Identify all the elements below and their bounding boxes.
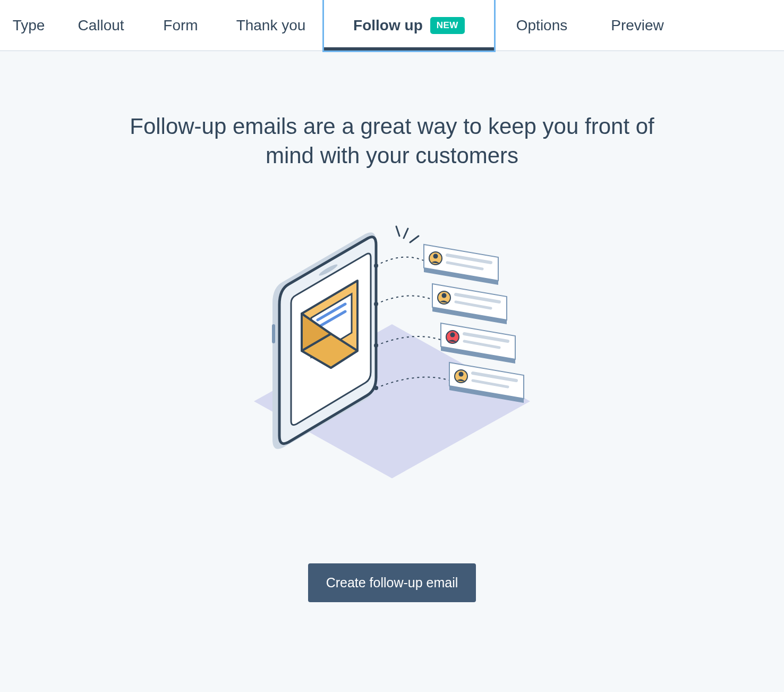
svg-point-9 bbox=[374, 302, 378, 306]
svg-point-33 bbox=[459, 372, 464, 377]
tab-form[interactable]: Form bbox=[143, 0, 218, 50]
page-headline: Follow-up emails are a great way to keep… bbox=[105, 112, 679, 170]
tab-label: Preview bbox=[611, 17, 664, 34]
tab-label: Form bbox=[163, 17, 198, 34]
tab-type[interactable]: Type bbox=[0, 0, 58, 50]
tab-label: Type bbox=[13, 17, 45, 34]
svg-point-15 bbox=[433, 254, 438, 259]
wizard-tabbar: Type Callout Form Thank you Follow up NE… bbox=[0, 0, 784, 51]
svg-point-21 bbox=[442, 293, 447, 298]
tab-options[interactable]: Options bbox=[494, 0, 590, 50]
svg-point-27 bbox=[450, 333, 455, 337]
tab-label: Options bbox=[516, 17, 568, 34]
spark-icon bbox=[396, 226, 419, 242]
contact-card-3 bbox=[441, 323, 515, 364]
contact-card-1 bbox=[424, 244, 498, 285]
svg-rect-2 bbox=[272, 324, 275, 343]
new-badge: NEW bbox=[430, 17, 465, 34]
main-content: Follow-up emails are a great way to keep… bbox=[0, 51, 784, 666]
contact-card-2 bbox=[432, 284, 507, 324]
tab-thank-you[interactable]: Thank you bbox=[218, 0, 324, 50]
create-followup-email-button[interactable]: Create follow-up email bbox=[308, 563, 476, 602]
svg-point-11 bbox=[374, 386, 378, 390]
tab-label: Follow up bbox=[353, 17, 423, 34]
cta-row: Create follow-up email bbox=[21, 563, 763, 602]
svg-point-10 bbox=[374, 343, 378, 348]
tab-callout[interactable]: Callout bbox=[58, 0, 143, 50]
svg-point-8 bbox=[374, 264, 378, 268]
tab-label: Callout bbox=[78, 17, 124, 34]
svg-line-5 bbox=[396, 226, 399, 236]
tab-follow-up[interactable]: Follow up NEW bbox=[324, 0, 494, 50]
tab-label: Thank you bbox=[236, 17, 306, 34]
svg-line-6 bbox=[404, 229, 408, 238]
followup-illustration bbox=[243, 213, 541, 489]
svg-line-7 bbox=[410, 236, 419, 242]
tab-preview[interactable]: Preview bbox=[590, 0, 685, 50]
